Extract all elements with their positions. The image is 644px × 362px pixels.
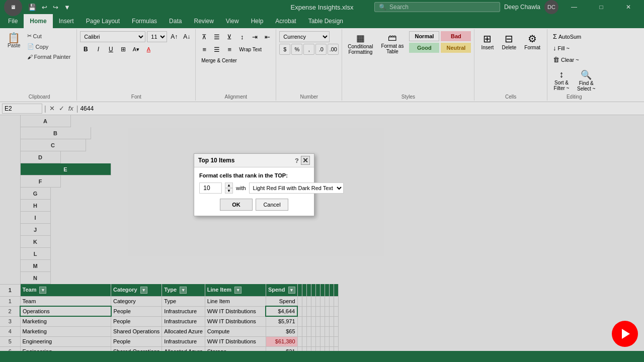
- spin-down-button[interactable]: ▼: [225, 188, 233, 194]
- modal-label: Format cells that rank in the TOP:: [199, 172, 309, 178]
- modal-buttons: OK Cancel: [199, 199, 309, 211]
- help-icon[interactable]: ?: [295, 157, 299, 164]
- modal-body: Format cells that rank in the TOP: ▲ ▼ w…: [194, 167, 314, 216]
- spinner: ▲ ▼: [225, 183, 233, 194]
- modal-input-row: ▲ ▼ with Light Red Fill with Dark Red Te…: [199, 183, 309, 194]
- spin-up-button[interactable]: ▲: [225, 183, 233, 188]
- modal-overlay: Top 10 Items ? ✕ Format cells that rank …: [0, 0, 644, 362]
- top10-items-dialog: Top 10 Items ? ✕ Format cells that rank …: [194, 153, 314, 216]
- youtube-play-icon: [622, 329, 630, 339]
- cancel-button[interactable]: Cancel: [256, 199, 288, 211]
- modal-titlebar: Top 10 Items ? ✕: [194, 154, 314, 167]
- top-n-input[interactable]: [199, 183, 222, 194]
- ok-button[interactable]: OK: [220, 199, 253, 211]
- with-label: with: [236, 185, 246, 191]
- modal-close-button[interactable]: ✕: [301, 156, 310, 165]
- modal-title: Top 10 Items: [198, 157, 234, 164]
- youtube-badge[interactable]: [612, 321, 638, 347]
- format-style-select[interactable]: Light Red Fill with Dark Red Text Yellow…: [249, 183, 344, 194]
